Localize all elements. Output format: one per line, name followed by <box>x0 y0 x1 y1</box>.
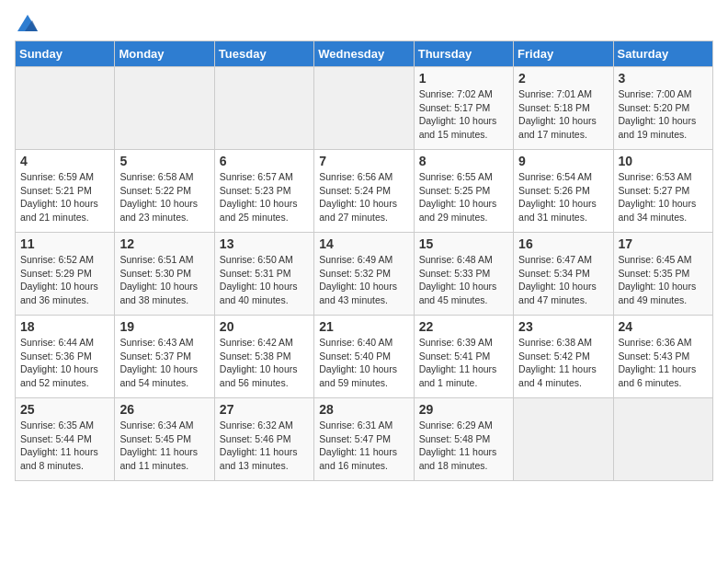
day-number: 9 <box>518 154 608 168</box>
day-info: Sunrise: 6:32 AM Sunset: 5:46 PM Dayligh… <box>220 419 309 473</box>
calendar-day-cell: 16Sunrise: 6:47 AM Sunset: 5:34 PM Dayli… <box>514 233 613 316</box>
day-info: Sunrise: 6:50 AM Sunset: 5:31 PM Dayligh… <box>220 253 309 307</box>
day-number: 24 <box>619 319 708 334</box>
day-info: Sunrise: 6:49 AM Sunset: 5:32 PM Dayligh… <box>319 253 408 307</box>
day-number: 18 <box>20 319 109 334</box>
day-number: 23 <box>518 319 608 334</box>
calendar-day-header: Sunday <box>16 41 115 67</box>
calendar-day-cell: 3Sunrise: 7:00 AM Sunset: 5:20 PM Daylig… <box>613 67 712 150</box>
day-info: Sunrise: 6:48 AM Sunset: 5:33 PM Dayligh… <box>419 253 508 307</box>
day-number: 13 <box>220 236 309 251</box>
day-number: 4 <box>20 154 109 168</box>
day-info: Sunrise: 6:43 AM Sunset: 5:37 PM Dayligh… <box>119 336 209 390</box>
calendar-day-cell: 29Sunrise: 6:29 AM Sunset: 5:48 PM Dayli… <box>414 398 513 481</box>
calendar-day-header: Thursday <box>414 41 513 67</box>
calendar-body: 1Sunrise: 7:02 AM Sunset: 5:17 PM Daylig… <box>16 67 713 481</box>
day-info: Sunrise: 6:53 AM Sunset: 5:27 PM Dayligh… <box>619 170 708 224</box>
calendar-day-cell <box>214 67 313 150</box>
day-number: 25 <box>20 402 109 417</box>
calendar-day-cell <box>613 398 712 481</box>
day-info: Sunrise: 6:34 AM Sunset: 5:45 PM Dayligh… <box>119 419 209 473</box>
day-info: Sunrise: 6:39 AM Sunset: 5:41 PM Dayligh… <box>419 336 508 390</box>
logo-icon <box>17 15 38 31</box>
calendar-day-cell: 25Sunrise: 6:35 AM Sunset: 5:44 PM Dayli… <box>16 398 115 481</box>
calendar-day-header: Wednesday <box>314 41 414 67</box>
day-number: 20 <box>220 319 309 334</box>
header <box>15 15 713 31</box>
day-info: Sunrise: 6:36 AM Sunset: 5:43 PM Dayligh… <box>619 336 708 390</box>
calendar-day-cell: 5Sunrise: 6:58 AM Sunset: 5:22 PM Daylig… <box>115 150 214 233</box>
day-info: Sunrise: 6:57 AM Sunset: 5:23 PM Dayligh… <box>220 170 309 224</box>
day-number: 5 <box>119 154 209 168</box>
calendar-day-cell: 26Sunrise: 6:34 AM Sunset: 5:45 PM Dayli… <box>115 398 214 481</box>
calendar-day-cell: 18Sunrise: 6:44 AM Sunset: 5:36 PM Dayli… <box>16 316 115 398</box>
day-number: 7 <box>319 154 408 168</box>
day-number: 16 <box>518 236 608 251</box>
calendar-day-cell: 1Sunrise: 7:02 AM Sunset: 5:17 PM Daylig… <box>414 67 513 150</box>
calendar-day-cell: 24Sunrise: 6:36 AM Sunset: 5:43 PM Dayli… <box>613 316 712 398</box>
day-info: Sunrise: 6:31 AM Sunset: 5:47 PM Dayligh… <box>319 419 408 473</box>
calendar-day-cell: 2Sunrise: 7:01 AM Sunset: 5:18 PM Daylig… <box>514 67 613 150</box>
day-number: 14 <box>319 236 408 251</box>
day-number: 3 <box>619 71 708 86</box>
day-info: Sunrise: 6:35 AM Sunset: 5:44 PM Dayligh… <box>20 419 109 473</box>
day-number: 17 <box>619 236 708 251</box>
calendar-header-row: SundayMondayTuesdayWednesdayThursdayFrid… <box>16 41 713 67</box>
day-info: Sunrise: 6:42 AM Sunset: 5:38 PM Dayligh… <box>220 336 309 390</box>
day-info: Sunrise: 6:56 AM Sunset: 5:24 PM Dayligh… <box>319 170 408 224</box>
calendar-day-cell: 21Sunrise: 6:40 AM Sunset: 5:40 PM Dayli… <box>314 316 414 398</box>
day-number: 19 <box>119 319 209 334</box>
day-number: 29 <box>419 402 508 417</box>
day-info: Sunrise: 6:44 AM Sunset: 5:36 PM Dayligh… <box>20 336 109 390</box>
calendar-day-cell: 11Sunrise: 6:52 AM Sunset: 5:29 PM Dayli… <box>16 233 115 316</box>
calendar-day-cell <box>314 67 414 150</box>
calendar-week-row: 18Sunrise: 6:44 AM Sunset: 5:36 PM Dayli… <box>16 316 713 398</box>
day-number: 8 <box>419 154 508 168</box>
calendar-day-cell: 4Sunrise: 6:59 AM Sunset: 5:21 PM Daylig… <box>16 150 115 233</box>
calendar-week-row: 25Sunrise: 6:35 AM Sunset: 5:44 PM Dayli… <box>16 398 713 481</box>
day-info: Sunrise: 6:29 AM Sunset: 5:48 PM Dayligh… <box>419 419 508 473</box>
day-number: 12 <box>119 236 209 251</box>
day-info: Sunrise: 6:45 AM Sunset: 5:35 PM Dayligh… <box>619 253 708 307</box>
logo <box>15 15 38 31</box>
day-number: 26 <box>119 402 209 417</box>
day-info: Sunrise: 6:55 AM Sunset: 5:25 PM Dayligh… <box>419 170 508 224</box>
day-number: 21 <box>319 319 408 334</box>
calendar-day-cell: 6Sunrise: 6:57 AM Sunset: 5:23 PM Daylig… <box>214 150 313 233</box>
calendar-day-cell: 14Sunrise: 6:49 AM Sunset: 5:32 PM Dayli… <box>314 233 414 316</box>
day-number: 27 <box>220 402 309 417</box>
calendar-day-header: Tuesday <box>214 41 313 67</box>
calendar-day-cell: 12Sunrise: 6:51 AM Sunset: 5:30 PM Dayli… <box>115 233 214 316</box>
calendar-day-cell: 27Sunrise: 6:32 AM Sunset: 5:46 PM Dayli… <box>214 398 313 481</box>
calendar-day-cell: 10Sunrise: 6:53 AM Sunset: 5:27 PM Dayli… <box>613 150 712 233</box>
day-info: Sunrise: 6:51 AM Sunset: 5:30 PM Dayligh… <box>119 253 209 307</box>
day-number: 15 <box>419 236 508 251</box>
day-info: Sunrise: 6:52 AM Sunset: 5:29 PM Dayligh… <box>20 253 109 307</box>
calendar-week-row: 4Sunrise: 6:59 AM Sunset: 5:21 PM Daylig… <box>16 150 713 233</box>
day-info: Sunrise: 6:59 AM Sunset: 5:21 PM Dayligh… <box>20 170 109 224</box>
calendar-week-row: 11Sunrise: 6:52 AM Sunset: 5:29 PM Dayli… <box>16 233 713 316</box>
calendar-week-row: 1Sunrise: 7:02 AM Sunset: 5:17 PM Daylig… <box>16 67 713 150</box>
day-info: Sunrise: 6:54 AM Sunset: 5:26 PM Dayligh… <box>518 170 608 224</box>
calendar-day-cell: 20Sunrise: 6:42 AM Sunset: 5:38 PM Dayli… <box>214 316 313 398</box>
calendar-day-cell: 15Sunrise: 6:48 AM Sunset: 5:33 PM Dayli… <box>414 233 513 316</box>
day-info: Sunrise: 6:40 AM Sunset: 5:40 PM Dayligh… <box>319 336 408 390</box>
day-number: 1 <box>419 71 508 86</box>
day-info: Sunrise: 7:01 AM Sunset: 5:18 PM Dayligh… <box>518 87 608 142</box>
calendar-table: SundayMondayTuesdayWednesdayThursdayFrid… <box>15 40 713 481</box>
calendar-day-header: Saturday <box>613 41 712 67</box>
calendar-day-header: Friday <box>514 41 613 67</box>
calendar-day-cell <box>16 67 115 150</box>
day-number: 28 <box>319 402 408 417</box>
calendar-day-cell: 19Sunrise: 6:43 AM Sunset: 5:37 PM Dayli… <box>115 316 214 398</box>
calendar-day-cell: 23Sunrise: 6:38 AM Sunset: 5:42 PM Dayli… <box>514 316 613 398</box>
calendar-day-cell: 28Sunrise: 6:31 AM Sunset: 5:47 PM Dayli… <box>314 398 414 481</box>
calendar-day-cell: 13Sunrise: 6:50 AM Sunset: 5:31 PM Dayli… <box>214 233 313 316</box>
calendar-day-cell: 8Sunrise: 6:55 AM Sunset: 5:25 PM Daylig… <box>414 150 513 233</box>
calendar-day-cell: 7Sunrise: 6:56 AM Sunset: 5:24 PM Daylig… <box>314 150 414 233</box>
day-info: Sunrise: 7:02 AM Sunset: 5:17 PM Dayligh… <box>419 87 508 142</box>
day-number: 6 <box>220 154 309 168</box>
day-number: 11 <box>20 236 109 251</box>
day-info: Sunrise: 7:00 AM Sunset: 5:20 PM Dayligh… <box>619 87 708 142</box>
calendar-day-cell <box>514 398 613 481</box>
